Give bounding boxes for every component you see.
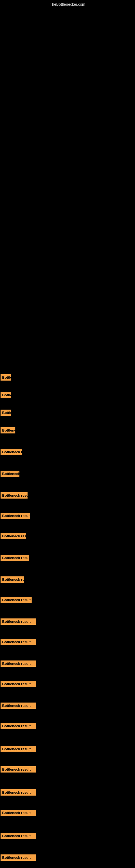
bottleneck-row: Bottleneck result [1,577,24,585]
bottleneck-result-badge[interactable]: Bottleneck result [1,855,36,861]
bottleneck-result-badge[interactable]: Bottleneck result [1,703,36,709]
bottleneck-row: Bottleneck result [1,555,29,563]
bottleneck-row: Bottleneck result [1,410,11,418]
bottleneck-result-badge[interactable]: Bottleneck result [1,639,36,645]
bottleneck-row: Bottleneck result [1,681,36,689]
bottleneck-row: Bottleneck result [1,513,30,521]
bottleneck-result-badge[interactable]: Bottleneck result [1,833,36,839]
bottleneck-result-badge[interactable]: Bottleneck result [1,392,11,398]
bottleneck-result-badge[interactable]: Bottleneck result [1,681,36,687]
bottleneck-row: Bottleneck result [1,533,26,541]
bottleneck-row: Bottleneck result [1,639,36,647]
bottleneck-result-badge[interactable]: Bottleneck result [1,766,36,773]
bottleneck-row: Bottleneck result [1,703,36,711]
bottleneck-result-badge[interactable]: Bottleneck result [1,374,11,380]
site-title: TheBottlenecker.com [50,2,85,6]
bottleneck-result-badge[interactable]: Bottleneck result [1,533,26,539]
bottleneck-result-badge[interactable]: Bottleneck result [1,597,32,603]
bottleneck-result-badge[interactable]: Bottleneck result [1,427,15,433]
bottleneck-result-badge[interactable]: Bottleneck result [1,577,24,583]
bottleneck-row: Bottleneck result [1,660,36,669]
bottleneck-row: Bottleneck result [1,766,36,775]
bottleneck-result-badge[interactable]: Bottleneck result [1,492,28,499]
bottleneck-row: Bottleneck result [1,392,11,400]
bottleneck-row: Bottleneck result [1,449,22,457]
bottleneck-result-badge[interactable]: Bottleneck result [1,410,11,416]
bottleneck-row: Bottleneck result [1,597,32,605]
bottleneck-row: Bottleneck result [1,746,36,754]
bottleneck-row: Bottleneck result [1,855,36,863]
bottleneck-result-badge[interactable]: Bottleneck result [1,513,30,519]
bottleneck-result-badge[interactable]: Bottleneck result [1,555,29,561]
bottleneck-row: Bottleneck result [1,789,36,798]
bottleneck-row: Bottleneck result [1,471,19,479]
bottleneck-row: Bottleneck result [1,427,15,436]
bottleneck-row: Bottleneck result [1,618,36,627]
bottleneck-result-badge[interactable]: Bottleneck result [1,660,36,667]
bottleneck-row: Bottleneck result [1,810,36,818]
bottleneck-row: Bottleneck result [1,723,36,731]
bottleneck-result-badge[interactable]: Bottleneck result [1,723,36,729]
bottleneck-row: Bottleneck result [1,833,36,841]
bottleneck-row: Bottleneck result [1,374,11,383]
bottleneck-result-badge[interactable]: Bottleneck result [1,746,36,752]
bottleneck-result-badge[interactable]: Bottleneck result [1,789,36,796]
bottleneck-result-badge[interactable]: Bottleneck result [1,618,36,625]
bottleneck-result-badge[interactable]: Bottleneck result [1,471,19,477]
bottleneck-result-badge[interactable]: Bottleneck result [1,449,22,455]
bottleneck-row: Bottleneck result [1,492,28,501]
bottleneck-result-badge[interactable]: Bottleneck result [1,810,36,816]
